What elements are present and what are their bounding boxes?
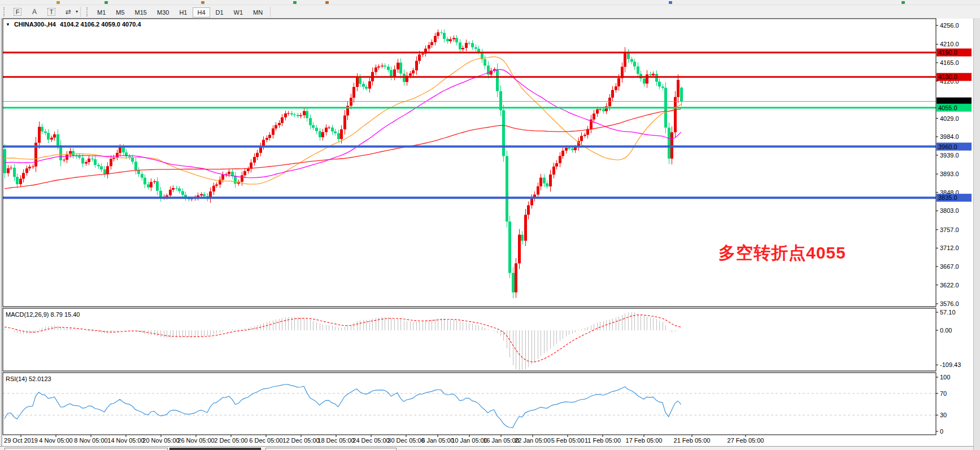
svg-text:4130.0: 4130.0 — [938, 73, 957, 80]
timeframe-button-h1[interactable]: H1 — [175, 7, 191, 18]
clipped-icon — [325, 1, 329, 4]
arrows-tool-icon[interactable]: ⇄ — [62, 6, 75, 17]
svg-text:3803.0: 3803.0 — [940, 207, 959, 214]
symbol-dropdown-icon[interactable]: ▼ — [6, 22, 10, 27]
svg-text:3757.0: 3757.0 — [940, 226, 959, 233]
svg-text:0.00: 0.00 — [940, 327, 952, 334]
svg-text:57.10: 57.10 — [940, 309, 956, 316]
rsi-indicator-label: RSI(14) 52.0123 — [6, 375, 51, 382]
svg-text:4029.0: 4029.0 — [940, 115, 959, 122]
svg-text:11 Feb 05:00: 11 Feb 05:00 — [585, 437, 621, 444]
svg-text:3712.0: 3712.0 — [940, 244, 959, 251]
timeframe-button-m30[interactable]: M30 — [153, 7, 173, 18]
svg-text:12 Dec 05:00: 12 Dec 05:00 — [282, 437, 319, 444]
svg-text:14 Nov 05:00: 14 Nov 05:00 — [107, 437, 144, 444]
chart-canvas[interactable]: 4256.04210.04165.04120.04029.03984.03939… — [0, 18, 980, 450]
chart-tab[interactable] — [5, 448, 168, 450]
svg-text:3835.0: 3835.0 — [938, 194, 957, 201]
svg-text:18 Dec 05:00: 18 Dec 05:00 — [317, 437, 354, 444]
timeframe-button-mn[interactable]: MN — [249, 7, 267, 18]
svg-text:16 Jan 05:00: 16 Jan 05:00 — [483, 437, 519, 444]
svg-text:4256.0: 4256.0 — [940, 22, 959, 29]
clipped-upper-toolbar — [0, 0, 980, 5]
svg-text:2 Dec 05:00: 2 Dec 05:00 — [214, 437, 247, 444]
svg-text:3893.0: 3893.0 — [940, 171, 959, 177]
svg-text:0: 0 — [940, 428, 943, 435]
svg-text:3984.0: 3984.0 — [940, 133, 959, 140]
text-label-icon[interactable]: A — [28, 6, 41, 17]
timeframe-button-m5[interactable]: M5 — [111, 7, 129, 18]
svg-text:8 Nov 05:00: 8 Nov 05:00 — [74, 437, 107, 444]
timeframe-drag-handle[interactable] — [86, 7, 90, 16]
drawing-and-timeframe-toolbar: FAT⇄ ▾ M1M5M15M30H1H4D1W1MN — [0, 5, 980, 18]
timeframe-button-w1[interactable]: W1 — [229, 7, 248, 18]
chart-text-annotation: 多空转折点4055 — [718, 242, 846, 265]
chart-area: 4256.04210.04165.04120.04029.03984.03939… — [0, 18, 980, 450]
svg-text:6 Dec 05:00: 6 Dec 05:00 — [249, 437, 282, 444]
svg-text:26 Nov 05:00: 26 Nov 05:00 — [177, 437, 214, 444]
svg-text:21 Feb 05:00: 21 Feb 05:00 — [674, 437, 711, 444]
svg-text:30: 30 — [940, 412, 947, 418]
svg-text:6 Jan 05:00: 6 Jan 05:00 — [421, 437, 454, 444]
svg-text:3576.0: 3576.0 — [940, 300, 959, 307]
dotted-box-f-icon[interactable]: F — [11, 6, 24, 17]
toolbar-separator — [270, 7, 271, 17]
toolbar-separator — [80, 7, 81, 17]
chart-title-row: ▼ CHINA300-,H4 4104.2 4106.2 4059.0 4070… — [6, 21, 141, 28]
svg-text:27 Feb 05:00: 27 Feb 05:00 — [728, 437, 764, 444]
timeframe-button-m15[interactable]: M15 — [130, 7, 151, 18]
chart-tab[interactable] — [265, 448, 397, 450]
macd-indicator-label: MACD(12,26,9) 8.79 15.40 — [6, 311, 80, 318]
svg-text:30 Dec 05:00: 30 Dec 05:00 — [387, 437, 424, 444]
ohlc-readout: 4104.2 4106.2 4059.0 4070.4 — [60, 21, 141, 28]
svg-text:100: 100 — [940, 374, 950, 381]
clipped-icon — [901, 1, 905, 4]
symbol-label: CHINA300-,H4 — [14, 21, 56, 28]
svg-text:4190.0: 4190.0 — [938, 49, 957, 56]
svg-text:3667.0: 3667.0 — [940, 263, 959, 270]
clipped-icon — [56, 1, 60, 4]
svg-text:4210.0: 4210.0 — [940, 41, 959, 47]
svg-text:4165.0: 4165.0 — [940, 59, 959, 66]
svg-text:20 Nov 05:00: 20 Nov 05:00 — [142, 437, 179, 444]
clipped-icon — [104, 1, 108, 4]
svg-text:29 Oct 2019: 29 Oct 2019 — [4, 437, 38, 444]
timeframe-button-d1[interactable]: D1 — [211, 7, 228, 18]
svg-text:17 Feb 05:00: 17 Feb 05:00 — [626, 437, 663, 444]
toolbar-drag-handle[interactable] — [3, 7, 7, 16]
vertical-scrollbar[interactable] — [973, 18, 980, 450]
svg-text:4055.0: 4055.0 — [938, 104, 957, 111]
svg-text:22 Jan 05:00: 22 Jan 05:00 — [515, 437, 551, 444]
timeframe-button-group: M1M5M15M30H1H4D1W1MN — [92, 7, 268, 17]
timeframe-button-h4[interactable]: H4 — [193, 7, 210, 18]
chart-tab-active[interactable] — [169, 448, 261, 450]
clipped-icon — [293, 1, 297, 4]
mt4-terminal-window: FAT⇄ ▾ M1M5M15M30H1H4D1W1MN 4256.04210.0… — [0, 0, 980, 450]
svg-text:5 Feb 05:00: 5 Feb 05:00 — [551, 437, 585, 444]
clipped-icon — [669, 1, 672, 4]
timeframe-button-m1[interactable]: M1 — [93, 7, 110, 18]
svg-text:3960.0: 3960.0 — [938, 143, 957, 150]
svg-text:10 Jan 05:00: 10 Jan 05:00 — [451, 437, 487, 444]
svg-text:4 Nov 05:00: 4 Nov 05:00 — [39, 437, 72, 444]
clipped-icon — [201, 1, 204, 4]
chevron-down-icon[interactable]: ▾ — [76, 9, 78, 14]
chart-tab-bar — [0, 446, 973, 450]
drawing-tools-group: FAT⇄ — [9, 6, 77, 18]
svg-text:3622.0: 3622.0 — [940, 282, 959, 289]
svg-text:3939.0: 3939.0 — [940, 152, 959, 159]
svg-text:-109.43: -109.43 — [940, 361, 961, 368]
svg-text:24 Dec 05:00: 24 Dec 05:00 — [352, 437, 389, 444]
svg-text:70: 70 — [940, 390, 947, 397]
text-tool-icon[interactable]: T — [45, 6, 58, 17]
